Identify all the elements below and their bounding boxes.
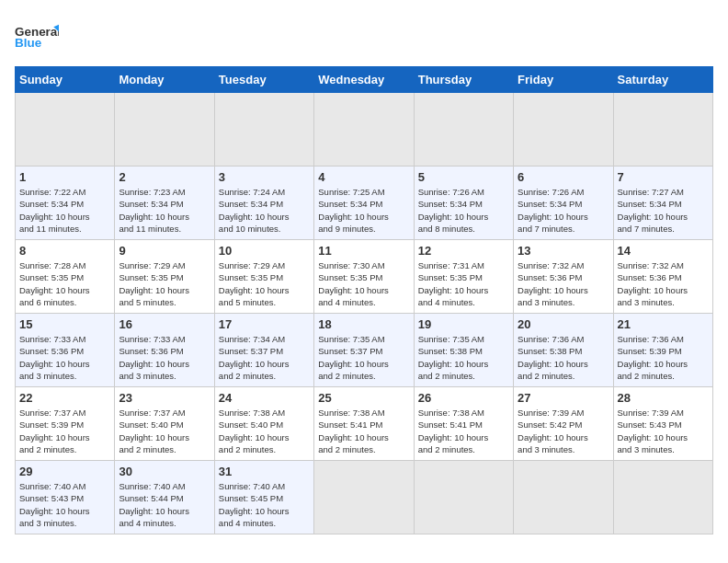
day-info: Sunrise: 7:30 AM Sunset: 5:35 PM Dayligh…: [318, 259, 409, 308]
day-number: 25: [318, 391, 409, 405]
day-number: 26: [418, 391, 509, 405]
day-number: 17: [219, 317, 310, 331]
calendar-cell: 19Sunrise: 7:35 AM Sunset: 5:38 PM Dayli…: [414, 314, 513, 387]
day-info: Sunrise: 7:26 AM Sunset: 5:34 PM Dayligh…: [518, 186, 609, 235]
day-info: Sunrise: 7:27 AM Sunset: 5:34 PM Dayligh…: [618, 186, 709, 235]
calendar-cell: 31Sunrise: 7:40 AM Sunset: 5:45 PM Dayli…: [214, 461, 313, 534]
calendar-cell: 22Sunrise: 7:37 AM Sunset: 5:39 PM Dayli…: [16, 387, 115, 461]
calendar-cell: [613, 461, 712, 534]
calendar-cell: 25Sunrise: 7:38 AM Sunset: 5:41 PM Dayli…: [314, 387, 414, 461]
day-number: 18: [318, 317, 409, 331]
day-number: 20: [518, 317, 609, 331]
day-number: 4: [318, 170, 409, 184]
day-number: 19: [418, 317, 509, 331]
day-number: 24: [219, 391, 310, 405]
day-number: 5: [418, 170, 509, 184]
page-header: General Blue: [15, 15, 713, 59]
calendar-cell: 23Sunrise: 7:37 AM Sunset: 5:40 PM Dayli…: [115, 387, 214, 461]
column-header-sunday: Sunday: [16, 67, 115, 93]
logo: General Blue: [15, 15, 59, 59]
column-header-friday: Friday: [514, 67, 613, 93]
day-info: Sunrise: 7:29 AM Sunset: 5:35 PM Dayligh…: [119, 259, 210, 308]
calendar-cell: 5Sunrise: 7:26 AM Sunset: 5:34 PM Daylig…: [414, 167, 513, 240]
calendar-cell: [514, 93, 613, 167]
calendar-cell: 7Sunrise: 7:27 AM Sunset: 5:34 PM Daylig…: [613, 167, 712, 240]
column-header-tuesday: Tuesday: [214, 67, 313, 93]
calendar-week-2: 8Sunrise: 7:28 AM Sunset: 5:35 PM Daylig…: [16, 240, 713, 314]
day-number: 9: [119, 244, 210, 258]
calendar-cell: 17Sunrise: 7:34 AM Sunset: 5:37 PM Dayli…: [214, 314, 313, 387]
calendar-week-4: 22Sunrise: 7:37 AM Sunset: 5:39 PM Dayli…: [16, 387, 713, 461]
calendar-cell: 30Sunrise: 7:40 AM Sunset: 5:44 PM Dayli…: [115, 461, 214, 534]
day-info: Sunrise: 7:40 AM Sunset: 5:44 PM Dayligh…: [119, 480, 210, 529]
calendar-cell: 20Sunrise: 7:36 AM Sunset: 5:38 PM Dayli…: [514, 314, 613, 387]
day-info: Sunrise: 7:36 AM Sunset: 5:39 PM Dayligh…: [618, 333, 709, 382]
day-number: 16: [119, 317, 210, 331]
calendar-week-3: 15Sunrise: 7:33 AM Sunset: 5:36 PM Dayli…: [16, 314, 713, 387]
calendar-cell: [414, 93, 513, 167]
calendar-cell: 27Sunrise: 7:39 AM Sunset: 5:42 PM Dayli…: [514, 387, 613, 461]
day-number: 29: [19, 465, 110, 478]
calendar-cell: [115, 93, 214, 167]
calendar-week-5: 29Sunrise: 7:40 AM Sunset: 5:43 PM Dayli…: [16, 461, 713, 534]
day-number: 22: [19, 391, 110, 405]
calendar-cell: 8Sunrise: 7:28 AM Sunset: 5:35 PM Daylig…: [16, 240, 115, 314]
column-header-wednesday: Wednesday: [314, 67, 414, 93]
day-number: 1: [19, 170, 110, 184]
day-info: Sunrise: 7:40 AM Sunset: 5:45 PM Dayligh…: [219, 480, 310, 529]
day-number: 3: [219, 170, 310, 184]
day-info: Sunrise: 7:23 AM Sunset: 5:34 PM Dayligh…: [119, 186, 210, 235]
day-number: 8: [19, 244, 110, 258]
calendar-cell: 28Sunrise: 7:39 AM Sunset: 5:43 PM Dayli…: [613, 387, 712, 461]
calendar-cell: 11Sunrise: 7:30 AM Sunset: 5:35 PM Dayli…: [314, 240, 414, 314]
calendar-cell: 6Sunrise: 7:26 AM Sunset: 5:34 PM Daylig…: [514, 167, 613, 240]
calendar-cell: 21Sunrise: 7:36 AM Sunset: 5:39 PM Dayli…: [613, 314, 712, 387]
column-header-saturday: Saturday: [613, 67, 712, 93]
day-info: Sunrise: 7:32 AM Sunset: 5:36 PM Dayligh…: [618, 259, 709, 308]
calendar-cell: [314, 461, 414, 534]
day-info: Sunrise: 7:40 AM Sunset: 5:43 PM Dayligh…: [19, 480, 110, 529]
calendar-cell: 3Sunrise: 7:24 AM Sunset: 5:34 PM Daylig…: [214, 167, 313, 240]
day-info: Sunrise: 7:28 AM Sunset: 5:35 PM Dayligh…: [19, 259, 110, 308]
calendar-cell: 13Sunrise: 7:32 AM Sunset: 5:36 PM Dayli…: [514, 240, 613, 314]
day-info: Sunrise: 7:24 AM Sunset: 5:34 PM Dayligh…: [219, 186, 310, 235]
day-info: Sunrise: 7:38 AM Sunset: 5:40 PM Dayligh…: [219, 407, 310, 455]
day-info: Sunrise: 7:35 AM Sunset: 5:37 PM Dayligh…: [318, 333, 409, 382]
calendar-cell: [414, 461, 513, 534]
day-number: 2: [119, 170, 210, 184]
day-number: 6: [518, 170, 609, 184]
day-info: Sunrise: 7:35 AM Sunset: 5:38 PM Dayligh…: [418, 333, 509, 382]
day-info: Sunrise: 7:29 AM Sunset: 5:35 PM Dayligh…: [219, 259, 310, 308]
day-number: 31: [219, 465, 310, 478]
day-info: Sunrise: 7:26 AM Sunset: 5:34 PM Dayligh…: [418, 186, 509, 235]
column-header-monday: Monday: [115, 67, 214, 93]
day-info: Sunrise: 7:38 AM Sunset: 5:41 PM Dayligh…: [418, 407, 509, 455]
calendar-cell: 16Sunrise: 7:33 AM Sunset: 5:36 PM Dayli…: [115, 314, 214, 387]
day-number: 15: [19, 317, 110, 331]
calendar-cell: 15Sunrise: 7:33 AM Sunset: 5:36 PM Dayli…: [16, 314, 115, 387]
calendar-cell: 4Sunrise: 7:25 AM Sunset: 5:34 PM Daylig…: [314, 167, 414, 240]
day-number: 12: [418, 244, 509, 258]
day-number: 11: [318, 244, 409, 258]
day-info: Sunrise: 7:22 AM Sunset: 5:34 PM Dayligh…: [19, 186, 110, 235]
day-number: 30: [119, 465, 210, 478]
day-info: Sunrise: 7:39 AM Sunset: 5:42 PM Dayligh…: [518, 407, 609, 455]
calendar-cell: 12Sunrise: 7:31 AM Sunset: 5:35 PM Dayli…: [414, 240, 513, 314]
day-info: Sunrise: 7:36 AM Sunset: 5:38 PM Dayligh…: [518, 333, 609, 382]
day-number: 10: [219, 244, 310, 258]
day-number: 7: [618, 170, 709, 184]
calendar-cell: 18Sunrise: 7:35 AM Sunset: 5:37 PM Dayli…: [314, 314, 414, 387]
calendar-table: SundayMondayTuesdayWednesdayThursdayFrid…: [15, 66, 713, 534]
calendar-cell: 9Sunrise: 7:29 AM Sunset: 5:35 PM Daylig…: [115, 240, 214, 314]
calendar-cell: [314, 93, 414, 167]
calendar-cell: [514, 461, 613, 534]
day-number: 21: [618, 317, 709, 331]
day-info: Sunrise: 7:38 AM Sunset: 5:41 PM Dayligh…: [318, 407, 409, 455]
day-number: 28: [618, 391, 709, 405]
calendar-cell: 10Sunrise: 7:29 AM Sunset: 5:35 PM Dayli…: [214, 240, 313, 314]
calendar-cell: 29Sunrise: 7:40 AM Sunset: 5:43 PM Dayli…: [16, 461, 115, 534]
day-info: Sunrise: 7:39 AM Sunset: 5:43 PM Dayligh…: [618, 407, 709, 455]
calendar-cell: 14Sunrise: 7:32 AM Sunset: 5:36 PM Dayli…: [613, 240, 712, 314]
day-info: Sunrise: 7:33 AM Sunset: 5:36 PM Dayligh…: [119, 333, 210, 382]
logo-svg: General Blue: [15, 15, 59, 59]
